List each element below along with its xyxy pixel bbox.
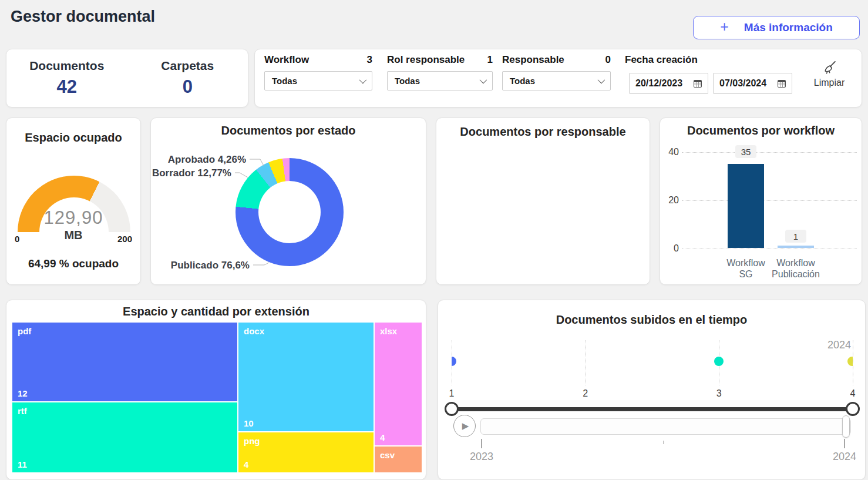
filter-rol: Rol responsable 1 Todas xyxy=(387,54,493,90)
more-info-label: Más información xyxy=(744,21,833,34)
treemap-cell-docx[interactable]: docx 10 xyxy=(238,323,374,431)
gauge-value: 129,90 xyxy=(6,207,140,229)
timeline-x-axis: 1 2 3 4 xyxy=(452,388,853,400)
year-start-label: 2023 xyxy=(470,451,493,463)
documents-kpi: Documentos 42 xyxy=(6,49,127,107)
cell-label: png xyxy=(244,436,260,446)
filter-responsable: Responsable 0 Todas xyxy=(502,54,611,90)
gridline xyxy=(682,200,857,201)
cell-label: docx xyxy=(244,326,264,336)
workflow-card: Documentos por workflow 40 20 0 35 1 Wor… xyxy=(660,118,862,285)
treemap-cell-xlsx[interactable]: xlsx 4 xyxy=(375,323,422,445)
x-tick: 4 xyxy=(850,388,856,399)
cell-count: 4 xyxy=(380,432,385,442)
folders-value: 0 xyxy=(183,76,193,98)
rol-filter-label: Rol responsable xyxy=(387,54,465,66)
workflow-dropdown-value: Todas xyxy=(272,76,297,86)
calendar-icon xyxy=(694,80,702,88)
category-line: Publicación xyxy=(763,268,828,280)
filter-workflow: Workflow 3 Todas xyxy=(264,54,372,90)
fecha-creacion-label: Fecha creación xyxy=(625,54,698,66)
page-title: Gestor documental xyxy=(11,8,155,26)
rol-dropdown-value: Todas xyxy=(395,76,420,86)
cell-count: 12 xyxy=(18,388,28,398)
chevron-down-icon xyxy=(598,76,605,84)
gauge-card: Espacio ocupado 129,90 MB 0 200 64,99 % … xyxy=(6,118,141,285)
chevron-down-icon xyxy=(480,76,487,84)
donut-chart[interactable] xyxy=(235,158,344,266)
more-info-button[interactable]: + Más información xyxy=(693,16,860,39)
chevron-down-icon xyxy=(359,76,367,84)
x-tick: 2 xyxy=(583,388,588,399)
axis-tick xyxy=(481,439,482,448)
treemap-cell-pdf[interactable]: pdf 12 xyxy=(12,323,237,401)
treemap-chart: pdf 12 rtf 11 docx 10 png 4 xlsx 4 csv xyxy=(12,323,422,472)
range-slider-handle-end[interactable] xyxy=(846,402,860,416)
responsable-filter-label: Responsable xyxy=(502,54,564,66)
cell-count: 10 xyxy=(244,418,254,428)
play-button[interactable]: ▶ xyxy=(453,415,476,437)
gridline xyxy=(682,249,857,249)
treemap-title: Espacio y cantidad por extensión xyxy=(6,305,426,318)
workflow-filter-count: 3 xyxy=(367,54,372,66)
workflow-filter-label: Workflow xyxy=(264,54,309,66)
gauge-max-label: 200 xyxy=(117,234,132,244)
plus-icon: + xyxy=(720,19,729,34)
bar-workflow-sg[interactable] xyxy=(728,164,764,249)
timeline-title: Documentos subidos en el tiempo xyxy=(438,313,865,327)
slice-label-aprobado: Aprobado 4,26% xyxy=(168,154,246,166)
workflow-title: Documentos por workflow xyxy=(660,124,862,137)
cell-label: rtf xyxy=(18,406,27,416)
cell-label: csv xyxy=(380,450,395,460)
date-from-value: 20/12/2023 xyxy=(635,78,682,89)
responsable-filter-count: 0 xyxy=(605,54,611,66)
workflow-dropdown[interactable]: Todas xyxy=(264,71,372,90)
treemap-card: Espacio y cantidad por extensión pdf 12 … xyxy=(6,300,426,480)
estado-title: Documentos por estado xyxy=(151,124,426,137)
play-icon: ▶ xyxy=(462,421,469,431)
range-slider-track[interactable] xyxy=(452,407,853,411)
cell-label: pdf xyxy=(18,326,31,336)
responsable-dropdown[interactable]: Todas xyxy=(502,71,611,90)
data-point-1[interactable] xyxy=(452,357,456,366)
bar-workflow-publicacion[interactable] xyxy=(778,246,814,248)
folders-kpi: Carpetas 0 xyxy=(127,49,248,107)
year-end-label: 2024 xyxy=(833,451,856,463)
responsable-dropdown-value: Todas xyxy=(510,76,535,86)
folders-label: Carpetas xyxy=(161,59,214,73)
data-point-4[interactable] xyxy=(847,357,853,366)
calendar-icon xyxy=(778,80,786,88)
date-from-input[interactable]: 20/12/2023 xyxy=(629,73,708,94)
gauge-title: Espacio ocupado xyxy=(6,131,140,145)
category-line: Workflow xyxy=(763,257,828,268)
treemap-cell-csv[interactable]: csv xyxy=(375,447,422,472)
clear-filters-label: Limpiar xyxy=(814,78,845,88)
x-tick: 1 xyxy=(449,388,455,399)
data-point-3[interactable] xyxy=(714,357,724,366)
timeline-plot xyxy=(452,340,853,385)
axis-tick xyxy=(663,441,664,444)
slice-label-borrador: Borrador 12,77% xyxy=(152,167,231,179)
responsable-card: Documentos por responsable xyxy=(436,118,650,285)
documents-label: Documentos xyxy=(29,59,104,73)
timeline-card: Documentos subidos en el tiempo 2024 1 2… xyxy=(438,300,866,480)
donut-hole xyxy=(258,181,321,243)
treemap-cell-rtf[interactable]: rtf 11 xyxy=(12,402,237,472)
clear-filters-button[interactable]: Limpiar xyxy=(812,60,847,88)
date-to-input[interactable]: 07/03/2024 xyxy=(713,73,792,94)
summary-card: Documentos 42 Carpetas 0 xyxy=(6,49,248,108)
estado-card: Documentos por estado Aprobado 4,26% Bor… xyxy=(150,118,426,285)
x-tick: 3 xyxy=(716,388,722,399)
filters-card: Workflow 3 Todas Rol responsable 1 Todas… xyxy=(254,49,862,108)
timeline-scrollbar-handle[interactable] xyxy=(842,415,850,438)
broom-icon xyxy=(821,60,837,76)
range-slider-handle-start[interactable] xyxy=(445,402,459,416)
treemap-cell-png[interactable]: png 4 xyxy=(238,432,374,472)
slice-label-publicado: Publicado 76,6% xyxy=(171,260,250,271)
gauge-min-label: 0 xyxy=(15,234,19,244)
responsable-title: Documentos por responsable xyxy=(436,125,650,139)
gridline xyxy=(853,340,853,385)
timeline-scrollbar[interactable] xyxy=(480,418,851,435)
date-to-value: 07/03/2024 xyxy=(719,78,766,89)
rol-dropdown[interactable]: Todas xyxy=(387,71,493,90)
